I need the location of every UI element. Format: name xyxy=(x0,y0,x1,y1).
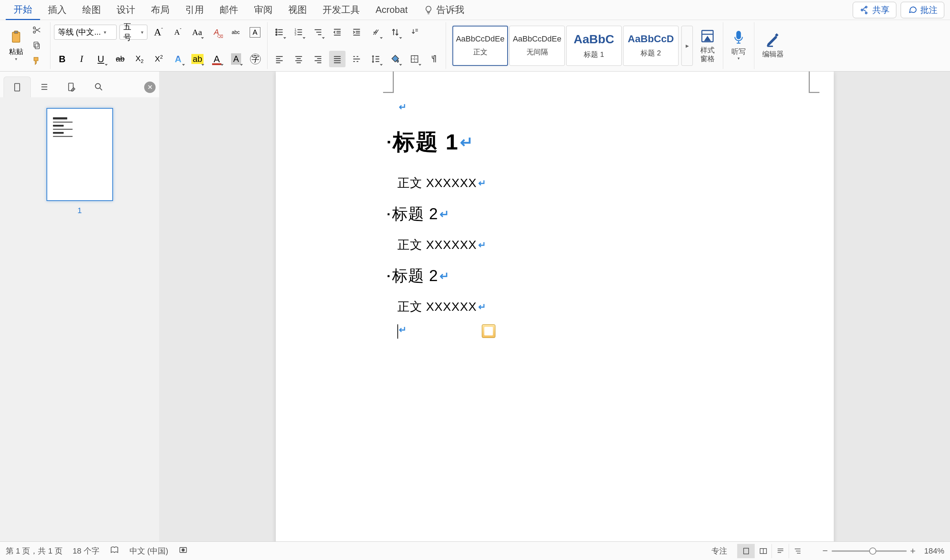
font-size-combo[interactable]: 五号▾ xyxy=(120,25,147,40)
heading2-text[interactable]: 标题 2 xyxy=(392,203,438,225)
align-justify-button[interactable] xyxy=(329,51,345,67)
read-mode-view[interactable] xyxy=(754,544,771,558)
tab-developer[interactable]: 开发工具 xyxy=(315,0,368,20)
show-marks-button[interactable] xyxy=(406,24,423,40)
nav-tab-headings[interactable] xyxy=(31,77,58,97)
subscript-button[interactable]: X2 xyxy=(131,51,148,67)
web-layout-icon xyxy=(776,547,785,555)
asian-layout-button[interactable] xyxy=(368,24,384,40)
tab-view[interactable]: 视图 xyxy=(280,0,315,20)
decrease-indent-button[interactable] xyxy=(329,24,345,40)
share-button[interactable]: 共享 xyxy=(853,2,896,18)
align-center-button[interactable] xyxy=(291,51,307,67)
align-left-button[interactable] xyxy=(271,51,288,67)
heading-bullet-icon: ▪ xyxy=(387,209,390,219)
paste-options-button[interactable] xyxy=(482,325,496,338)
heading1-text[interactable]: 标题 1 xyxy=(393,127,459,157)
font-name-combo[interactable]: 等线 (中文...▾ xyxy=(54,25,117,40)
zoom-slider-track[interactable] xyxy=(831,550,907,552)
zoom-slider-thumb[interactable] xyxy=(869,548,876,555)
dictate-button[interactable]: 听写 ▾ xyxy=(727,22,750,69)
nav-tab-results[interactable] xyxy=(58,77,85,97)
tab-references[interactable]: 引用 xyxy=(177,0,212,20)
tab-layout[interactable]: 布局 xyxy=(143,0,177,20)
tab-acrobat[interactable]: Acrobat xyxy=(368,0,416,20)
style-nospacing[interactable]: AaBbCcDdEe 无间隔 xyxy=(509,26,565,66)
tab-design[interactable]: 设计 xyxy=(109,0,143,20)
zoom-in-button[interactable]: + xyxy=(910,545,916,557)
nav-tab-search[interactable] xyxy=(85,77,112,97)
zoom-percentage[interactable]: 184% xyxy=(924,546,944,556)
read-mode-icon xyxy=(759,547,768,555)
borders-button[interactable] xyxy=(406,51,423,67)
superscript-button[interactable]: X2 xyxy=(151,51,167,67)
char-border-button[interactable]: A xyxy=(247,24,263,40)
style-heading2[interactable]: AaBbCcD 标题 2 xyxy=(623,26,679,66)
focus-mode-button[interactable]: 专注 xyxy=(711,546,727,557)
body-text[interactable]: 正文 XXXXXX xyxy=(397,175,477,191)
nav-close-button[interactable]: ✕ xyxy=(144,82,156,93)
tab-insert[interactable]: 插入 xyxy=(40,0,74,20)
print-layout-view[interactable] xyxy=(737,544,754,558)
outline-view[interactable] xyxy=(789,544,806,558)
bullet-list-button[interactable] xyxy=(271,24,288,40)
line-spacing-button[interactable] xyxy=(368,51,384,67)
paste-button[interactable]: 粘贴 ▾ xyxy=(5,23,27,69)
page-thumbnail-1[interactable] xyxy=(46,108,113,201)
copy-button[interactable] xyxy=(29,38,45,53)
word-count-status[interactable]: 18 个字 xyxy=(72,546,99,557)
highlight-button[interactable]: ab xyxy=(189,51,206,67)
format-painter-button[interactable] xyxy=(29,53,45,69)
char-shading-button[interactable]: A xyxy=(228,51,244,67)
enclose-char-button[interactable]: 字 xyxy=(247,51,263,67)
italic-button[interactable]: I xyxy=(73,51,90,67)
list-icon xyxy=(39,82,49,92)
distribute-button[interactable] xyxy=(348,51,365,67)
phonetic-guide-button[interactable]: abc xyxy=(228,24,244,40)
comments-button[interactable]: 批注 xyxy=(901,2,944,18)
format-marks-button[interactable] xyxy=(426,51,442,67)
body-text[interactable]: 正文 XXXXXX xyxy=(397,237,477,253)
increase-indent-button[interactable] xyxy=(348,24,365,40)
tab-home[interactable]: 开始 xyxy=(6,0,40,20)
comment-icon xyxy=(907,5,918,15)
style-normal[interactable]: AaBbCcDdEe 正文 xyxy=(453,26,508,66)
body-text[interactable]: 正文 XXXXXX xyxy=(397,298,477,315)
bold-button[interactable]: B xyxy=(54,51,71,67)
tab-mailings[interactable]: 邮件 xyxy=(212,0,246,20)
zoom-out-button[interactable]: − xyxy=(822,545,828,557)
styles-pane-button[interactable]: 样式 窗格 xyxy=(696,23,719,69)
editor-button[interactable]: 编辑器 xyxy=(758,22,788,69)
tab-review[interactable]: 审阅 xyxy=(246,0,280,20)
tell-me[interactable]: 告诉我 xyxy=(416,0,472,20)
increase-font-button[interactable]: Aˆ xyxy=(150,24,167,40)
align-right-button[interactable] xyxy=(310,51,326,67)
nav-tab-thumbnails[interactable] xyxy=(3,77,31,97)
spell-check-status[interactable] xyxy=(109,545,120,557)
web-layout-view[interactable] xyxy=(771,544,789,558)
text-effects-button[interactable]: A xyxy=(170,51,186,67)
style-heading1[interactable]: AaBbC 标题 1 xyxy=(566,26,622,66)
view-mode-buttons xyxy=(737,544,806,558)
heading2-text[interactable]: 标题 2 xyxy=(392,265,438,286)
cut-button[interactable] xyxy=(29,23,45,38)
change-case-button[interactable]: Aa xyxy=(189,24,205,40)
language-status[interactable]: 中文 (中国) xyxy=(129,546,168,557)
strikethrough-button[interactable]: ab xyxy=(112,51,128,67)
sort-button[interactable] xyxy=(387,24,403,40)
clear-formatting-button[interactable]: A⌫ xyxy=(208,24,225,40)
decrease-font-button[interactable]: Aˇ xyxy=(169,24,186,40)
font-color-button[interactable]: A xyxy=(208,51,225,67)
multilevel-list-button[interactable] xyxy=(310,24,326,40)
page-count-status[interactable]: 第 1 页，共 1 页 xyxy=(6,546,63,557)
numbered-list-button[interactable]: 123 xyxy=(291,24,307,40)
styles-more-button[interactable]: ▸ xyxy=(681,26,693,66)
macro-status[interactable] xyxy=(178,545,188,557)
pilcrow-icon xyxy=(410,27,420,37)
document-canvas[interactable]: ↵ ▪ 标题 1 ↵ 正文 XXXXXX ↵ ▪ 标题 2 ↵ xyxy=(159,72,950,542)
page-1[interactable]: ↵ ▪ 标题 1 ↵ 正文 XXXXXX ↵ ▪ 标题 2 ↵ xyxy=(276,72,834,542)
macro-icon xyxy=(178,545,188,555)
shading-button[interactable] xyxy=(387,51,403,67)
underline-button[interactable]: U xyxy=(92,51,109,67)
tab-draw[interactable]: 绘图 xyxy=(74,0,109,20)
